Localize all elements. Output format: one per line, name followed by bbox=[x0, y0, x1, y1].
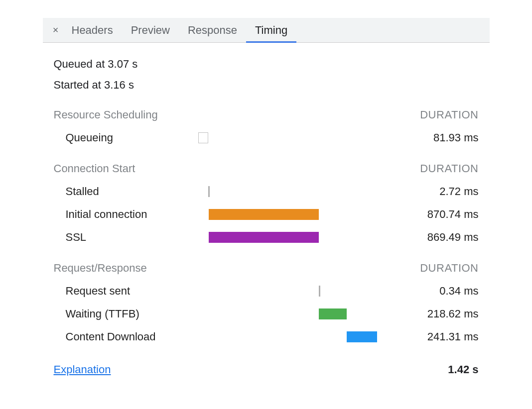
timing-bar bbox=[209, 209, 319, 220]
row-value: 81.93 ms bbox=[378, 131, 479, 144]
tab-preview[interactable]: Preview bbox=[122, 18, 179, 43]
timing-row-initial-connection: Initial connection 870.74 ms bbox=[54, 203, 479, 226]
timing-row-content-download: Content Download 241.31 ms bbox=[54, 325, 479, 348]
tab-headers[interactable]: Headers bbox=[63, 18, 122, 43]
timing-bar bbox=[208, 186, 210, 197]
row-label: Request sent bbox=[54, 285, 198, 298]
section-title: Resource Scheduling bbox=[54, 108, 158, 121]
row-label: Queueing bbox=[54, 131, 198, 144]
section-connection-start: Connection Start DURATION Stalled 2.72 m… bbox=[54, 162, 479, 249]
timing-bar bbox=[198, 132, 209, 143]
timing-body: Queued at 3.07 s Started at 3.16 s Resou… bbox=[43, 43, 490, 396]
timing-row-stalled: Stalled 2.72 ms bbox=[54, 180, 479, 203]
section-resource-scheduling: Resource Scheduling DURATION Queueing 81… bbox=[54, 108, 479, 149]
row-label: SSL bbox=[54, 231, 198, 244]
explanation-link[interactable]: Explanation bbox=[54, 363, 111, 376]
timing-row-request-sent: Request sent 0.34 ms bbox=[54, 280, 479, 303]
row-label: Initial connection bbox=[54, 208, 198, 221]
started-at: Started at 3.16 s bbox=[54, 75, 479, 96]
section-header: Connection Start DURATION bbox=[54, 162, 479, 175]
section-request-response: Request/Response DURATION Request sent 0… bbox=[54, 262, 479, 348]
row-value: 0.34 ms bbox=[378, 285, 479, 298]
row-label: Content Download bbox=[54, 330, 198, 343]
timing-bar bbox=[319, 308, 346, 319]
row-value: 241.31 ms bbox=[378, 330, 479, 343]
tab-timing[interactable]: Timing bbox=[246, 18, 296, 43]
section-title: Connection Start bbox=[54, 162, 135, 175]
bar-track bbox=[198, 308, 378, 319]
duration-header: DURATION bbox=[420, 162, 478, 175]
timing-panel: × Headers Preview Response Timing Queued… bbox=[43, 18, 490, 396]
timing-bar bbox=[319, 286, 320, 297]
section-title: Request/Response bbox=[54, 262, 147, 275]
timing-bar bbox=[209, 232, 319, 243]
timing-row-ssl: SSL 869.49 ms bbox=[54, 226, 479, 249]
timing-footer: Explanation 1.42 s bbox=[54, 363, 479, 376]
tab-response[interactable]: Response bbox=[179, 18, 246, 43]
total-duration: 1.42 s bbox=[448, 363, 478, 376]
timing-row-waiting-ttfb: Waiting (TTFB) 218.62 ms bbox=[54, 303, 479, 325]
row-label: Waiting (TTFB) bbox=[54, 307, 198, 320]
close-icon[interactable]: × bbox=[49, 24, 63, 36]
timing-bar bbox=[347, 331, 377, 342]
row-value: 2.72 ms bbox=[378, 185, 479, 198]
bar-track bbox=[198, 209, 378, 220]
duration-header: DURATION bbox=[420, 262, 478, 275]
bar-track bbox=[198, 331, 378, 342]
row-value: 870.74 ms bbox=[378, 208, 479, 221]
row-value: 869.49 ms bbox=[378, 231, 479, 244]
section-header: Request/Response DURATION bbox=[54, 262, 479, 275]
row-label: Stalled bbox=[54, 185, 198, 198]
bar-track bbox=[198, 286, 378, 297]
section-header: Resource Scheduling DURATION bbox=[54, 108, 479, 121]
row-value: 218.62 ms bbox=[378, 307, 479, 320]
tab-bar: × Headers Preview Response Timing bbox=[43, 18, 490, 43]
bar-track bbox=[198, 186, 378, 197]
queued-at: Queued at 3.07 s bbox=[54, 54, 479, 75]
timing-row-queueing: Queueing 81.93 ms bbox=[54, 126, 479, 149]
bar-track bbox=[198, 232, 378, 243]
bar-track bbox=[198, 132, 378, 143]
duration-header: DURATION bbox=[420, 108, 478, 121]
